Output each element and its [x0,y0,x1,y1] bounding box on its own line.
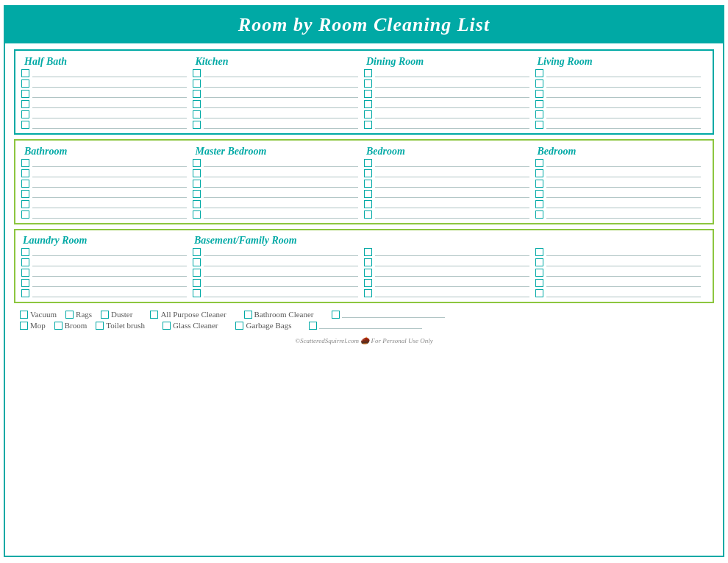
checkbox[interactable] [193,180,201,188]
checkbox[interactable] [21,110,29,118]
checkbox[interactable] [193,110,201,118]
section-title-diningroom: Dining Room [365,54,536,69]
list-item [364,90,529,98]
supply-checkbox[interactable] [65,311,74,319]
supply-checkbox[interactable] [235,322,243,330]
list-item [193,200,358,208]
checkbox[interactable] [193,289,201,297]
checkbox[interactable] [535,90,543,98]
supply-broom: Broom [54,321,88,330]
list-item [21,69,187,77]
checkbox[interactable] [364,289,372,297]
checkbox[interactable] [193,169,201,177]
checkbox[interactable] [193,159,201,167]
checkbox[interactable] [364,248,372,256]
checkbox[interactable] [21,69,29,77]
checkbox[interactable] [21,200,29,208]
checkbox[interactable] [535,279,543,287]
checkbox[interactable] [364,200,372,208]
checkbox[interactable] [193,248,201,256]
checkbox[interactable] [364,110,372,118]
checkbox[interactable] [193,90,201,98]
check-line [375,80,529,88]
supply-checkbox[interactable] [54,322,63,330]
checkbox[interactable] [193,210,201,219]
checkbox[interactable] [364,279,372,287]
list-item [535,248,701,256]
checkbox[interactable] [21,269,29,277]
checkbox[interactable] [535,169,543,177]
checkbox[interactable] [21,90,29,98]
check-line [204,160,358,167]
checkbox[interactable] [193,200,201,208]
list-item [364,258,529,266]
checkbox[interactable] [535,248,543,256]
checkbox[interactable] [21,79,29,88]
supply-label-allpurpose: All Purpose Cleaner [160,310,226,319]
supply-checkbox[interactable] [244,311,252,319]
supply-checkbox[interactable] [163,322,171,330]
checkbox[interactable] [193,79,201,88]
checkbox[interactable] [21,258,29,266]
supply-checkbox[interactable] [96,322,104,330]
checkbox[interactable] [535,210,543,219]
checkbox[interactable] [535,159,543,167]
checkbox[interactable] [193,121,201,129]
checkbox[interactable] [364,79,372,88]
checkbox[interactable] [21,180,29,188]
supply-checkbox[interactable] [309,322,317,330]
check-line [375,269,529,277]
checkbox[interactable] [535,79,543,88]
checkbox[interactable] [535,121,543,129]
supply-checkbox[interactable] [332,311,340,319]
checkbox[interactable] [364,121,372,129]
checkbox[interactable] [364,180,372,188]
checkbox[interactable] [193,258,201,266]
checkbox[interactable] [21,121,29,129]
checkbox[interactable] [21,100,29,108]
checkbox[interactable] [535,180,543,188]
checkbox[interactable] [535,110,543,118]
checkbox[interactable] [21,210,29,219]
checkbox[interactable] [364,90,372,98]
list-item [193,269,358,277]
checkbox[interactable] [21,190,29,198]
checkbox[interactable] [193,190,201,198]
personal-use-text: For Personal Use Only [371,337,433,344]
checkbox[interactable] [193,269,201,277]
supply-label-mop: Mop [30,321,46,330]
supply-checkbox[interactable] [20,322,28,330]
supply-checkbox[interactable] [20,311,28,319]
list-item [535,169,701,177]
checkbox[interactable] [193,69,201,77]
checkbox[interactable] [364,159,372,167]
checkbox[interactable] [535,289,543,297]
checkbox[interactable] [21,289,29,297]
supply-label-duster: Duster [111,310,132,319]
section-title-empty1 [364,233,535,248]
checkbox[interactable] [364,258,372,266]
checkbox[interactable] [364,210,372,219]
checkbox[interactable] [535,258,543,266]
checkbox[interactable] [535,190,543,198]
supply-checkbox[interactable] [150,311,158,319]
supply-checkbox[interactable] [101,311,109,319]
checkbox[interactable] [21,159,29,167]
checkbox[interactable] [364,169,372,177]
checkbox[interactable] [21,279,29,287]
checkbox[interactable] [21,248,29,256]
checkbox[interactable] [364,100,372,108]
checkbox[interactable] [535,69,543,77]
checkbox[interactable] [193,100,201,108]
list-item [364,200,529,208]
checkbox[interactable] [364,190,372,198]
checkbox[interactable] [364,269,372,277]
list-item [21,210,187,219]
checkbox[interactable] [364,69,372,77]
checkbox[interactable] [535,200,543,208]
list-item [193,159,358,167]
checkbox[interactable] [535,100,543,108]
checkbox[interactable] [535,269,543,277]
checkbox[interactable] [21,169,29,177]
checkbox[interactable] [193,279,201,287]
